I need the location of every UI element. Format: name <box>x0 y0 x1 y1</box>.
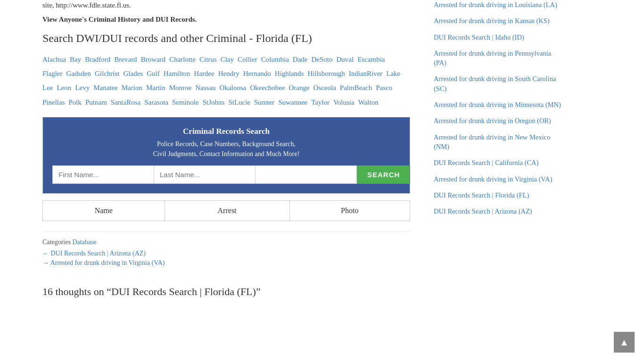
section-title: Search DWI/DUI records and other Crimina… <box>42 32 410 45</box>
county-link[interactable]: Orange <box>289 84 309 91</box>
sidebar-link[interactable]: DUI Records Search | California (CA) <box>434 158 561 167</box>
bold-line: View Anyone's Criminal History and DUI R… <box>42 16 410 24</box>
sidebar-link[interactable]: DUI Records Search | Idaho (ID) <box>434 33 561 42</box>
county-link[interactable]: Marion <box>122 84 142 91</box>
sidebar-link[interactable]: Arrested for drunk driving in Virginia (… <box>434 174 561 184</box>
county-link[interactable]: Sumter <box>254 99 274 106</box>
county-link[interactable]: Hardee <box>194 70 214 77</box>
table-header-cell: Name <box>43 201 165 221</box>
county-link[interactable]: Collier <box>238 56 257 63</box>
sidebar-link[interactable]: DUI Records Search | Arizona (AZ) <box>434 206 561 216</box>
county-link[interactable]: Hamilton <box>164 70 190 77</box>
county-links: Alachua Bay Bradford Brevard Broward Cha… <box>42 52 410 110</box>
results-table: NameArrestPhoto <box>42 200 410 221</box>
county-link[interactable]: Manatee <box>93 84 118 91</box>
table-header-row: NameArrestPhoto <box>43 201 410 221</box>
sidebar: Arrested for drunk driving in Louisiana … <box>424 0 570 317</box>
county-link[interactable]: Bay <box>70 56 81 63</box>
search-widget: Criminal Records Search Police Records, … <box>42 117 410 194</box>
county-link[interactable]: StJohns <box>203 99 225 106</box>
county-link[interactable]: Taylor <box>311 99 330 106</box>
search-row: Nationwide SEARCH <box>52 165 400 184</box>
county-link[interactable]: Gadsden <box>66 70 91 77</box>
county-link[interactable]: Suwannee <box>278 99 307 106</box>
county-link[interactable]: Lake <box>386 70 400 77</box>
county-link[interactable]: Dade <box>293 56 308 63</box>
sidebar-link[interactable]: Arrested for drunk driving in New Mexico… <box>434 132 561 152</box>
prev-post-link[interactable]: DUI Records Search | Arizona (AZ) <box>42 250 410 257</box>
county-link[interactable]: Monroe <box>169 84 192 91</box>
county-link[interactable]: StLucie <box>228 99 250 106</box>
county-link[interactable]: Hendry <box>218 70 239 77</box>
first-name-input[interactable] <box>52 165 154 184</box>
county-link[interactable]: Okaloosa <box>220 84 247 91</box>
county-link[interactable]: Sarasota <box>144 99 168 106</box>
county-link[interactable]: Glades <box>124 70 143 77</box>
main-content: site, http://www.fdle.state.fl.us. View … <box>0 0 424 317</box>
comments-heading: 16 thoughts on “DUI Records Search | Flo… <box>42 286 410 298</box>
county-link[interactable]: Lee <box>42 84 53 91</box>
county-link[interactable]: IndianRiver <box>349 70 383 77</box>
sidebar-link[interactable]: Arrested for drunk driving in Minnesota … <box>434 100 561 109</box>
table-header-cell: Arrest <box>165 201 289 221</box>
county-link[interactable]: Martin <box>146 84 165 91</box>
county-link[interactable]: Duval <box>336 56 354 63</box>
last-name-input[interactable] <box>154 165 255 184</box>
county-link[interactable]: Hernando <box>243 70 271 77</box>
county-link[interactable]: Walton <box>358 99 379 106</box>
county-link[interactable]: Highlands <box>275 70 304 77</box>
next-post-link[interactable]: Arrested for drunk driving in Virginia (… <box>42 259 410 267</box>
county-link[interactable]: Seminole <box>172 99 199 106</box>
county-link[interactable]: Brevard <box>114 56 137 63</box>
county-link[interactable]: DeSoto <box>311 56 332 63</box>
county-link[interactable]: Gilchrist <box>95 70 120 77</box>
county-link[interactable]: SantaRosa <box>111 99 140 106</box>
county-link[interactable]: Levy <box>75 84 90 91</box>
category-link[interactable]: Database <box>72 239 96 246</box>
county-link[interactable]: Alachua <box>42 56 66 63</box>
post-meta: Categories Database DUI Records Search |… <box>42 231 410 267</box>
post-nav: DUI Records Search | Arizona (AZ) Arrest… <box>42 250 410 267</box>
county-link[interactable]: Putnam <box>85 99 107 106</box>
search-button[interactable]: SEARCH <box>357 165 410 184</box>
sidebar-link[interactable]: Arrested for drunk driving in Pennsylvan… <box>434 49 561 68</box>
county-link[interactable]: PalmBeach <box>340 84 372 91</box>
county-link[interactable]: Escambia <box>357 56 385 63</box>
county-link[interactable]: Flagler <box>42 70 63 77</box>
county-link[interactable]: Charlotte <box>169 56 196 63</box>
county-link[interactable]: Bradford <box>85 56 110 63</box>
county-link[interactable]: Gulf <box>147 70 160 77</box>
county-link[interactable]: Columbia <box>261 56 289 63</box>
search-widget-title: Criminal Records Search <box>52 127 400 136</box>
county-link[interactable]: Broward <box>141 56 166 63</box>
comments-section: 16 thoughts on “DUI Records Search | Flo… <box>42 286 410 298</box>
county-link[interactable]: Volusia <box>333 99 355 106</box>
county-link[interactable]: Nassau <box>195 84 215 91</box>
county-link[interactable]: Pinellas <box>42 99 65 106</box>
sidebar-link[interactable]: Arrested for drunk driving in Louisiana … <box>434 0 561 9</box>
location-input[interactable]: Nationwide <box>255 165 357 184</box>
sidebar-link[interactable]: Arrested for drunk driving in Kansas (KS… <box>434 16 561 25</box>
county-link[interactable]: Citrus <box>199 56 217 63</box>
county-link[interactable]: Polk <box>69 99 82 106</box>
sidebar-link[interactable]: Arrested for drunk driving in Oregon (OR… <box>434 116 561 125</box>
county-link[interactable]: Pasco <box>376 84 392 91</box>
county-link[interactable]: Hillsborough <box>307 70 345 77</box>
county-link[interactable]: Leon <box>57 84 71 91</box>
category-label: Categories <box>42 239 71 246</box>
sidebar-link[interactable]: Arrested for drunk driving in South Caro… <box>434 74 561 93</box>
search-widget-subtitle: Police Records, Case Numbers, Background… <box>52 139 400 159</box>
county-link[interactable]: Clay <box>221 56 234 63</box>
county-link[interactable]: Osceola <box>314 84 336 91</box>
table-header-cell: Photo <box>289 201 410 221</box>
county-link[interactable]: Okeechobee <box>250 84 285 91</box>
top-text: site, http://www.fdle.state.fl.us. <box>42 0 410 11</box>
sidebar-link[interactable]: DUI Records Search | Florida (FL) <box>434 190 561 200</box>
